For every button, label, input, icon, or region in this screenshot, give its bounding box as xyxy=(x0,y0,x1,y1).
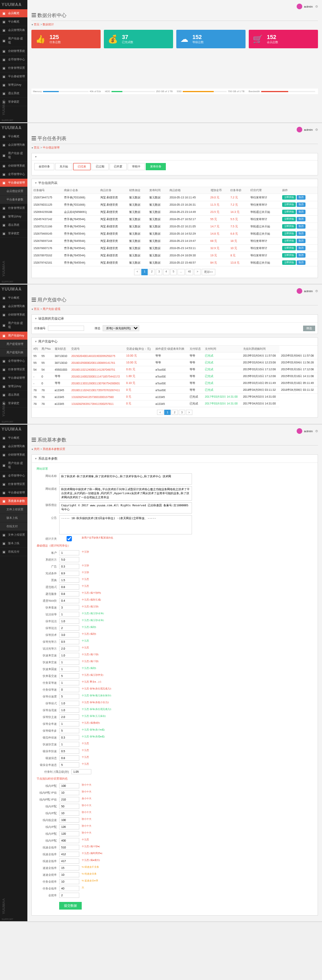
param-input[interactable] xyxy=(59,666,79,672)
chevron-down-icon[interactable]: ▾ xyxy=(35,155,37,159)
page-link[interactable]: 3 xyxy=(179,410,185,415)
sidebar-item[interactable]: ▣登录锁定 xyxy=(0,229,27,238)
sidebar-item[interactable]: ▣管理员Key xyxy=(0,382,27,391)
page-link[interactable]: 2 xyxy=(149,269,155,275)
copyright-input[interactable]: Copyright © 2017 www.yuuaa.com.All Right… xyxy=(59,502,192,514)
page-link[interactable]: 4 xyxy=(163,269,169,275)
tab[interactable]: 审核中 xyxy=(128,163,145,170)
sidebar-item[interactable]: ▣会员概览 xyxy=(0,9,27,18)
sidebar-subitem[interactable]: 文件上传设置 xyxy=(0,505,27,514)
sidebar-subitem[interactable]: 版本上线 xyxy=(0,514,27,522)
param-input[interactable] xyxy=(59,783,79,788)
row-action-start[interactable]: 立即开始 xyxy=(282,217,296,221)
param-input[interactable] xyxy=(59,872,79,877)
stats-toggle[interactable] xyxy=(59,536,79,541)
sidebar-item[interactable]: ▣金币管理中心 xyxy=(0,472,27,480)
row-action-start[interactable]: 立即开始 xyxy=(282,202,296,207)
param-input[interactable] xyxy=(59,584,79,590)
param-input[interactable] xyxy=(59,701,79,706)
sidebar-item[interactable]: ▣用户充值·提现 xyxy=(0,149,27,162)
search-input[interactable] xyxy=(48,326,84,331)
sidebar-item[interactable]: ▣管理员Key xyxy=(0,213,27,221)
page-link[interactable]: > xyxy=(186,410,192,415)
param-input[interactable] xyxy=(59,591,79,596)
sidebar-item[interactable]: ▣文件上传设置 xyxy=(0,531,27,539)
sidebar-item[interactable]: ▣分销管理系统 xyxy=(0,451,27,459)
tab[interactable]: 全部任务 xyxy=(34,163,54,170)
timelock-input[interactable] xyxy=(71,769,91,774)
param-input[interactable] xyxy=(59,790,79,795)
row-action-cancel[interactable]: 取消 xyxy=(297,246,305,250)
param-input[interactable] xyxy=(59,632,79,638)
page-link[interactable]: 5 xyxy=(170,269,177,275)
param-input[interactable] xyxy=(59,762,79,767)
gear-icon[interactable]: ⚙ xyxy=(315,429,318,433)
sidebar-item[interactable]: ▣退出系统 xyxy=(0,89,27,98)
sidebar-item[interactable]: ▣系统基本参数 xyxy=(0,497,27,505)
row-action-cancel[interactable]: 取消 xyxy=(297,231,305,236)
sidebar-subitem[interactable]: 用户提现列表 xyxy=(0,349,27,357)
param-input[interactable] xyxy=(59,845,79,850)
sidebar-item[interactable]: ▣平台基础管理 xyxy=(0,374,27,382)
sidebar-item[interactable]: ▣任务管理设置 xyxy=(0,365,27,374)
param-input[interactable] xyxy=(59,817,79,823)
chevron-down-icon[interactable]: ▾ xyxy=(35,181,37,185)
tab[interactable]: 已作废 xyxy=(109,163,127,170)
param-input[interactable] xyxy=(59,797,79,802)
avatar[interactable] xyxy=(297,428,302,434)
sidebar-item[interactable]: ▣平台概览 xyxy=(0,132,27,141)
sidebar-item[interactable]: ▣金币管理中心 xyxy=(0,170,27,179)
param-input[interactable] xyxy=(59,811,79,816)
sidebar-item[interactable]: ▣用户充值·提现 xyxy=(0,459,27,472)
username[interactable]: admin xyxy=(304,289,313,293)
page-link[interactable]: < xyxy=(134,269,140,275)
row-action-cancel[interactable]: 取消 xyxy=(297,202,305,207)
param-input[interactable] xyxy=(59,578,79,583)
param-input[interactable] xyxy=(59,804,79,809)
param-input[interactable] xyxy=(59,619,79,624)
row-action-start[interactable]: 立即开始 xyxy=(282,253,296,258)
page-link[interactable]: 1 xyxy=(164,410,171,415)
username[interactable]: admin xyxy=(304,429,313,433)
sidebar-item[interactable]: ▣平台基础管理 xyxy=(0,489,27,497)
gear-icon[interactable]: ⚙ xyxy=(315,5,318,8)
sidebar-item[interactable]: ▣平台概览 xyxy=(0,18,27,26)
param-input[interactable] xyxy=(59,831,79,836)
sidebar-item[interactable]: ▣会员管理列表 xyxy=(0,302,27,311)
param-input[interactable] xyxy=(59,687,79,692)
sidebar-item[interactable]: ▣版本上线 xyxy=(0,539,27,548)
param-input[interactable] xyxy=(59,646,79,651)
avatar[interactable] xyxy=(297,127,302,132)
param-input[interactable] xyxy=(59,557,79,562)
param-input[interactable] xyxy=(59,858,79,864)
page-link[interactable]: > xyxy=(194,269,200,275)
param-input[interactable] xyxy=(59,571,79,576)
filter-button[interactable]: 筛选 xyxy=(303,326,315,331)
param-input[interactable] xyxy=(59,550,79,555)
row-action-cancel[interactable]: 取消 xyxy=(297,210,305,214)
sidebar-item[interactable]: ▣分销管理系统 xyxy=(0,47,27,56)
page-link[interactable]: 2 xyxy=(171,410,178,415)
site-name-input[interactable]: 秋了秋技术-秋了技术博客,秋了技术研究中心,秋了技术学免中心,秋了技术中心 技术… xyxy=(59,473,192,485)
sidebar-item[interactable]: ▣金币管理中心 xyxy=(0,56,27,64)
sidebar-item[interactable]: ▣分销管理系统 xyxy=(0,311,27,319)
row-action-cancel[interactable]: 取消 xyxy=(297,217,305,221)
param-input[interactable] xyxy=(59,735,79,740)
row-action-cancel[interactable]: 取消 xyxy=(297,253,305,258)
tab[interactable]: 未开始 xyxy=(55,163,72,170)
param-input[interactable] xyxy=(59,605,79,610)
param-input[interactable] xyxy=(59,673,79,679)
param-input[interactable] xyxy=(59,886,79,891)
row-action-start[interactable]: 立即开始 xyxy=(282,210,296,214)
row-action-start[interactable]: 立即开始 xyxy=(282,224,296,229)
param-input[interactable] xyxy=(59,653,79,658)
page-link[interactable]: < xyxy=(157,410,163,415)
param-input[interactable] xyxy=(59,824,79,829)
param-input[interactable] xyxy=(59,755,79,761)
param-input[interactable] xyxy=(59,660,79,665)
param-input[interactable] xyxy=(59,598,79,603)
sidebar-item[interactable]: ▣平台基础管理 xyxy=(0,179,27,187)
param-input[interactable] xyxy=(59,612,79,617)
param-input[interactable] xyxy=(59,680,79,685)
sidebar-item[interactable]: ▣用户充值Key xyxy=(0,332,27,340)
